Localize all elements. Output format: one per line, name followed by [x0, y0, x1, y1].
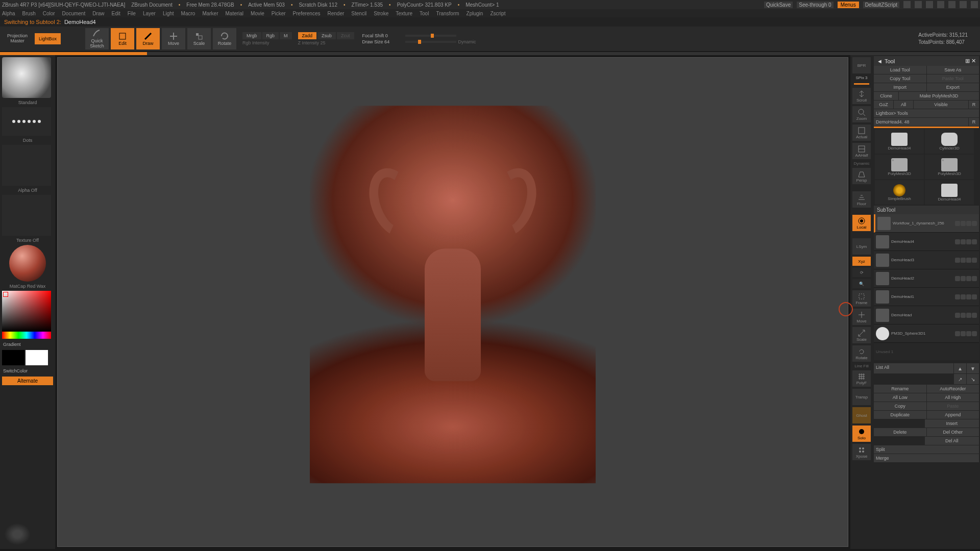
xyz-button[interactable]: Xyz — [852, 257, 871, 266]
menu-file[interactable]: File — [128, 11, 136, 16]
subtool-item[interactable]: PM3D_Sphere3D1 — [874, 324, 979, 343]
menu-movie[interactable]: Movie — [251, 11, 264, 16]
menu-render[interactable]: Render — [328, 11, 345, 16]
make-polymesh-button[interactable]: Make PolyMesh3D — [899, 92, 979, 100]
menu-zscript[interactable]: Zscript — [490, 11, 505, 16]
menu-transform[interactable]: Transform — [436, 11, 459, 16]
subtool-item[interactable]: DemoHead1 — [874, 288, 979, 306]
menu-draw[interactable]: Draw — [92, 11, 104, 16]
subtool-item[interactable]: DemoHead — [874, 306, 979, 324]
z-intensity-slider[interactable]: Z Intensity 25 — [298, 40, 326, 45]
zcut-button[interactable]: Zcut — [337, 32, 354, 39]
paste-tool-button[interactable]: Paste Tool — [927, 74, 979, 83]
layout-icon-2[interactable] — [915, 1, 922, 8]
load-tool-button[interactable]: Load Tool — [874, 66, 926, 74]
bpr-button[interactable]: BPR — [852, 57, 871, 73]
subtool-item[interactable]: DemoHead2 — [874, 269, 979, 288]
delete-button[interactable]: Delete — [874, 428, 926, 436]
menu-color[interactable]: Color — [43, 11, 55, 16]
menu-preferences[interactable]: Preferences — [293, 11, 321, 16]
default-script[interactable]: DefaultZScript — [863, 2, 899, 8]
move-nav-button[interactable]: Move — [852, 309, 871, 325]
zoom-indicator[interactable]: 🔍 — [852, 279, 871, 288]
goz-r-button[interactable]: R — [969, 101, 979, 109]
rot-indicator[interactable]: ⟳ — [852, 268, 871, 277]
append-button[interactable]: Append — [927, 411, 979, 419]
quicksketch-button[interactable]: Quick Sketch — [85, 28, 109, 49]
rename-button[interactable]: Rename — [874, 385, 926, 393]
projection-master-button[interactable]: Projection Master — [2, 34, 33, 44]
menu-document[interactable]: Document — [62, 11, 86, 16]
menu-stencil[interactable]: Stencil — [351, 11, 366, 16]
menu-texture[interactable]: Texture — [396, 11, 412, 16]
material-preview[interactable] — [9, 245, 46, 282]
copy-subtool-button[interactable]: Copy — [874, 402, 926, 410]
clone-button[interactable]: Clone — [874, 92, 898, 100]
subtool-item[interactable]: DemoHead3 — [874, 251, 979, 269]
tool-tile-cylinder[interactable]: Cylinder3D — [925, 129, 974, 154]
copy-tool-button[interactable]: Copy Tool — [874, 74, 926, 83]
tool-tile-simplebrush[interactable]: SimpleBrush — [875, 180, 924, 205]
texture-preview[interactable] — [2, 195, 51, 236]
m-button[interactable]: M — [280, 32, 292, 39]
menu-marker[interactable]: Marker — [202, 11, 218, 16]
menu-layer[interactable]: Layer — [143, 11, 156, 16]
solo-button[interactable]: Solo — [852, 425, 871, 442]
canvas-viewport[interactable] — [57, 57, 848, 547]
goz-button[interactable]: GoZ — [874, 101, 893, 109]
seethrough-slider[interactable]: See-through 0 — [797, 2, 833, 8]
brush-preview[interactable] — [2, 57, 51, 98]
subtool-movedown-button[interactable]: ↘ — [967, 374, 979, 384]
floor-button[interactable]: Floor — [852, 191, 871, 208]
rotate-nav-button[interactable]: Rotate — [852, 345, 871, 362]
tool-tile-demohead2[interactable]: DemoHead4 — [925, 180, 974, 205]
draw-button[interactable]: Draw — [136, 28, 160, 49]
menu-picker[interactable]: Picker — [272, 11, 286, 16]
alpha-preview[interactable] — [2, 145, 51, 186]
scroll-button[interactable]: Scroll — [852, 88, 871, 104]
switchcolor-button[interactable]: SwitchColor — [2, 367, 53, 374]
focal-shift-slider[interactable]: Focal Shift 0 — [362, 33, 403, 38]
spix-slider[interactable]: SPix 3 — [855, 76, 867, 80]
gradient-toggle[interactable]: Gradient — [2, 341, 53, 348]
duplicate-button[interactable]: Duplicate — [874, 411, 926, 419]
export-button[interactable]: Export — [927, 83, 979, 91]
del-all-button[interactable]: Del All — [925, 437, 979, 445]
persp-button[interactable]: Persp — [852, 168, 871, 184]
tool-tile-demohead[interactable]: DemoHead4 — [875, 129, 924, 154]
current-tool-name[interactable]: DemoHead4. 48 — [874, 118, 968, 126]
subtool-item[interactable]: Workflow_1_dynamesh_256 — [874, 214, 979, 233]
edit-button[interactable]: Edit — [111, 28, 134, 49]
subtool-moveup-button[interactable]: ↗ — [954, 374, 966, 384]
ghost-button[interactable]: Ghost — [852, 407, 871, 423]
layout-icon-4[interactable] — [937, 1, 944, 8]
autoreorder-button[interactable]: AutoReorder — [927, 385, 979, 393]
draw-size-slider[interactable]: Draw Size 64 — [362, 39, 403, 44]
frame-button[interactable]: Frame — [852, 290, 871, 307]
subtool-up-button[interactable]: ▲ — [954, 363, 966, 373]
maximize-icon[interactable] — [960, 1, 967, 8]
import-button[interactable]: Import — [874, 83, 926, 91]
alternate-button[interactable]: Alternate — [2, 377, 53, 385]
scale-button[interactable]: Scale — [187, 28, 211, 49]
rgb-button[interactable]: Rgb — [262, 32, 279, 39]
menu-edit[interactable]: Edit — [112, 11, 120, 16]
menu-macro[interactable]: Macro — [181, 11, 195, 16]
save-as-button[interactable]: Save As — [927, 66, 979, 74]
move-button[interactable]: Move — [162, 28, 185, 49]
tool-tile-star[interactable]: ✦PolyMesh3D — [875, 155, 924, 179]
subtool-item[interactable]: DemoHead4 — [874, 233, 979, 251]
rotate-button[interactable]: Rotate — [213, 28, 236, 49]
layout-icon-3[interactable] — [926, 1, 933, 8]
all-high-button[interactable]: All High — [927, 393, 979, 402]
lsym-button[interactable]: LSym — [852, 238, 871, 255]
quicksave-button[interactable]: QuickSave — [764, 2, 793, 8]
tool-tile-polymesh[interactable]: ✦PolyMesh3D — [925, 155, 974, 179]
subtool-down-button[interactable]: ▼ — [967, 363, 979, 373]
menu-zplugin[interactable]: Zplugin — [467, 11, 483, 16]
stroke-preview[interactable] — [2, 107, 51, 136]
xpose-button[interactable]: Xpose — [852, 444, 871, 460]
transp-button[interactable]: Transp — [852, 389, 871, 405]
layout-icon[interactable] — [903, 1, 911, 8]
tool-r-button[interactable]: R — [969, 118, 979, 126]
